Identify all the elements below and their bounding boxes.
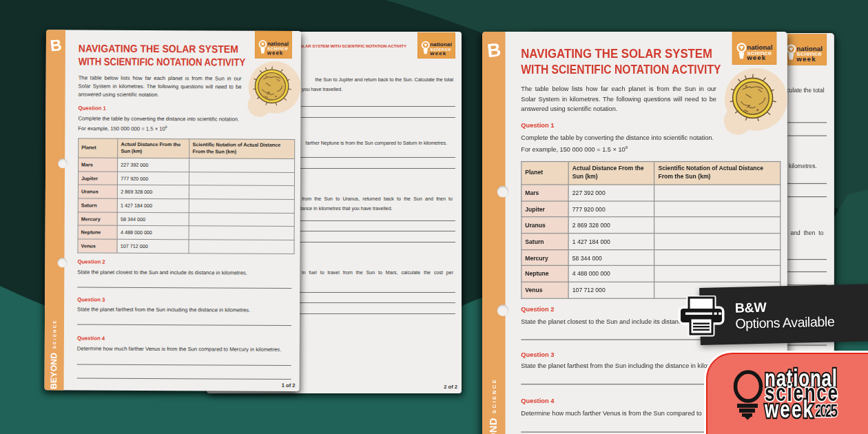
svg-text:2025: 2025 bbox=[815, 401, 838, 420]
svg-text:week: week bbox=[764, 395, 814, 422]
svg-text:week: week bbox=[429, 50, 446, 56]
svg-text:week: week bbox=[796, 54, 816, 62]
